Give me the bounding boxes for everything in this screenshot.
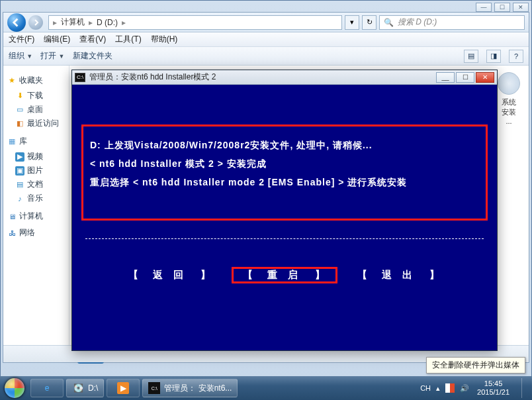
breadcrumb-sep-icon: ▸ bbox=[53, 18, 57, 27]
menu-help[interactable]: 帮助(H) bbox=[151, 34, 178, 45]
console-back-button[interactable]: 返 回 bbox=[153, 269, 187, 280]
taskbar-console-button[interactable]: C:\管理员： 安装nt6... bbox=[142, 379, 238, 397]
show-desktop-button[interactable] bbox=[521, 378, 528, 398]
clock-date: 2015/1/21 bbox=[477, 388, 510, 397]
ie-icon: e bbox=[41, 382, 53, 394]
view-mode-button[interactable]: ▤ bbox=[464, 50, 478, 63]
cmd-icon: C:\ bbox=[75, 73, 85, 82]
tray-balloon-tip[interactable]: 安全删除硬件并弹出媒体 bbox=[426, 357, 525, 374]
sidebar-item-pictures[interactable]: ▣图片 bbox=[6, 164, 66, 177]
system-tray: CH ▴ 🔊 15:45 2015/1/21 bbox=[420, 378, 528, 398]
outer-close-button[interactable]: ✕ bbox=[513, 3, 529, 12]
media-icon: ▶ bbox=[117, 382, 129, 394]
nav-forward-button[interactable] bbox=[28, 15, 43, 30]
bracket-right-icon: 】 bbox=[200, 269, 212, 280]
bracket-right-icon: 】 bbox=[429, 269, 441, 280]
file-label-line1: 系统 bbox=[496, 97, 522, 107]
search-placeholder: 搜索 D (D:) bbox=[398, 17, 437, 28]
download-icon: ⬇ bbox=[15, 91, 24, 101]
desktop-icon: ▭ bbox=[15, 105, 24, 115]
start-button[interactable] bbox=[0, 376, 29, 400]
file-item-iso[interactable]: 系统 安装 ... bbox=[496, 72, 522, 125]
music-icon: ♪ bbox=[15, 194, 24, 203]
drive-icon: 💽 bbox=[72, 382, 84, 394]
console-line-2: < nt6 hdd Installer 模式 2 > 安装完成 bbox=[90, 158, 479, 170]
outer-maximize-button[interactable]: ☐ bbox=[494, 3, 510, 12]
library-icon: ▦ bbox=[7, 137, 17, 146]
console-title-prefix: 管理员： bbox=[89, 72, 121, 83]
picture-icon: ▣ bbox=[15, 166, 24, 175]
nav-back-button[interactable] bbox=[7, 13, 26, 32]
menu-edit[interactable]: 编辑(E) bbox=[44, 34, 70, 45]
sidebar-favorites[interactable]: ★收藏夹 bbox=[7, 75, 66, 86]
tray-volume-icon[interactable]: 🔊 bbox=[460, 384, 469, 393]
tray-expand-button[interactable]: ▴ bbox=[436, 384, 440, 393]
address-dropdown-button[interactable]: ▾ bbox=[345, 15, 359, 30]
windows-orb-icon bbox=[5, 378, 24, 398]
sidebar-item-music[interactable]: ♪音乐 bbox=[6, 191, 66, 205]
tray-lang-indicator[interactable]: CH bbox=[420, 384, 431, 392]
preview-pane-button[interactable]: ◨ bbox=[486, 50, 501, 63]
bracket-left-icon: 【 bbox=[357, 269, 369, 280]
console-divider bbox=[85, 238, 484, 239]
explorer-toolbar: 组织 ▼ 打开 ▼ 新建文件夹 ▤ ◨ ? bbox=[3, 47, 529, 66]
clock-time: 15:45 bbox=[477, 379, 510, 388]
computer-icon: 🖥 bbox=[7, 212, 17, 221]
taskbar-ie-button[interactable]: e bbox=[30, 379, 64, 397]
flag-icon[interactable] bbox=[445, 383, 455, 393]
breadcrumb-sep-icon: ▸ bbox=[122, 18, 126, 27]
console-highlight-box: D: 上发现Vista/2008/Win7/2008r2安装文件, 处理中, 请… bbox=[81, 125, 488, 221]
console-close-button[interactable]: ✕ bbox=[476, 72, 494, 83]
sidebar-computer[interactable]: 🖥计算机 bbox=[7, 211, 66, 222]
console-body: D: 上发现Vista/2008/Win7/2008r2安装文件, 处理中, 请… bbox=[72, 85, 497, 350]
console-minimize-button[interactable]: __ bbox=[436, 72, 455, 83]
console-buttons: 【返 回】 【重 启】 【退 出】 bbox=[72, 269, 497, 281]
sidebar-network[interactable]: 🖧网络 bbox=[7, 227, 66, 238]
taskbar-media-button[interactable]: ▶ bbox=[107, 379, 140, 397]
document-icon: ▤ bbox=[15, 180, 24, 189]
explorer-navbar: ▸ 计算机 ▸ D (D:) ▸ ▾ ↻ 🔍 搜索 D (D:) bbox=[3, 13, 529, 32]
console-maximize-button[interactable]: ☐ bbox=[456, 72, 474, 83]
network-icon: 🖧 bbox=[7, 228, 17, 238]
menu-tools[interactable]: 工具(T) bbox=[115, 34, 141, 45]
video-icon: ▶ bbox=[15, 152, 24, 162]
sidebar-libraries[interactable]: ▦库 bbox=[7, 136, 66, 147]
file-label-line3: ... bbox=[496, 117, 522, 125]
breadcrumb-drive[interactable]: D (D:) bbox=[97, 18, 118, 27]
breadcrumb-sep-icon: ▸ bbox=[89, 18, 93, 27]
cmd-icon: C:\ bbox=[148, 382, 160, 394]
taskbar: e 💽D:\ ▶ C:\管理员： 安装nt6... CH ▴ 🔊 15:45 2… bbox=[0, 376, 532, 400]
breadcrumb-computer[interactable]: 计算机 bbox=[61, 17, 85, 28]
search-icon: 🔍 bbox=[384, 18, 394, 27]
menu-view[interactable]: 查看(V) bbox=[79, 34, 106, 45]
sidebar-item-videos[interactable]: ▶视频 bbox=[6, 150, 66, 164]
bracket-left-icon: 【 bbox=[128, 269, 140, 280]
disc-icon bbox=[498, 72, 520, 95]
chevron-down-icon: ▼ bbox=[59, 53, 65, 60]
console-window: C:\ 管理员： 安装nt6 hdd Installer模式 2 __ ☐ ✕ … bbox=[71, 70, 498, 351]
taskbar-explorer-button[interactable]: 💽D:\ bbox=[66, 379, 104, 397]
star-icon: ★ bbox=[7, 76, 17, 85]
recent-icon: ◧ bbox=[15, 119, 24, 128]
help-button[interactable]: ? bbox=[509, 50, 523, 63]
refresh-button[interactable]: ↻ bbox=[362, 15, 377, 30]
sidebar-item-recent[interactable]: ◧最近访问 bbox=[6, 117, 66, 130]
outer-minimize-button[interactable]: — bbox=[476, 3, 492, 12]
address-bar[interactable]: ▸ 计算机 ▸ D (D:) ▸ bbox=[48, 15, 342, 30]
console-title-text: 安装nt6 hdd Installer模式 2 bbox=[121, 72, 216, 83]
sidebar-item-desktop[interactable]: ▭桌面 bbox=[6, 103, 66, 117]
console-exit-button[interactable]: 退 出 bbox=[382, 269, 416, 280]
console-titlebar[interactable]: C:\ 管理员： 安装nt6 hdd Installer模式 2 __ ☐ ✕ bbox=[72, 70, 497, 85]
console-line-1: D: 上发现Vista/2008/Win7/2008r2安装文件, 处理中, 请… bbox=[90, 140, 479, 152]
console-reboot-button[interactable]: 【重 启】 bbox=[232, 267, 337, 283]
chevron-down-icon: ▼ bbox=[26, 53, 32, 60]
menu-file[interactable]: 文件(F) bbox=[9, 34, 34, 45]
sidebar-item-documents[interactable]: ▤文档 bbox=[6, 177, 66, 191]
explorer-sidebar: ★收藏夹 ⬇下载 ▭桌面 ◧最近访问 ▦库 ▶视频 ▣图片 ▤文档 ♪音乐 🖥计… bbox=[3, 66, 69, 345]
toolbar-open[interactable]: 打开 ▼ bbox=[40, 50, 64, 62]
tray-clock[interactable]: 15:45 2015/1/21 bbox=[477, 379, 510, 397]
search-input[interactable]: 🔍 搜索 D (D:) bbox=[379, 15, 525, 30]
sidebar-item-downloads[interactable]: ⬇下载 bbox=[6, 89, 66, 103]
toolbar-organize[interactable]: 组织 ▼ bbox=[9, 50, 32, 62]
toolbar-new-folder[interactable]: 新建文件夹 bbox=[73, 50, 112, 62]
